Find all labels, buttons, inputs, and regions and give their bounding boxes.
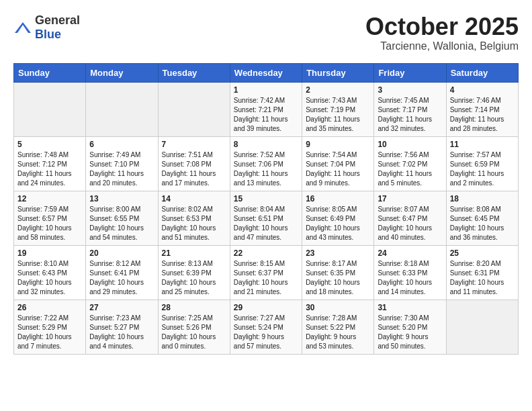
calendar-cell: 8Sunrise: 7:52 AM Sunset: 7:06 PM Daylig… (230, 136, 302, 191)
logo: General Blue (13, 13, 80, 42)
weekday-header: Saturday (446, 63, 518, 82)
calendar-cell (446, 300, 518, 354)
calendar-cell: 12Sunrise: 7:59 AM Sunset: 6:57 PM Dayli… (14, 191, 86, 245)
day-info: Sunrise: 8:00 AM Sunset: 6:55 PM Dayligh… (89, 205, 154, 242)
day-info: Sunrise: 7:48 AM Sunset: 7:12 PM Dayligh… (17, 150, 82, 188)
calendar-cell (158, 82, 230, 136)
day-info: Sunrise: 8:05 AM Sunset: 6:49 PM Dayligh… (306, 205, 370, 242)
logo-icon (13, 21, 32, 34)
day-info: Sunrise: 8:15 AM Sunset: 6:37 PM Dayligh… (234, 259, 298, 297)
day-info: Sunrise: 8:08 AM Sunset: 6:45 PM Dayligh… (450, 205, 515, 242)
calendar-cell: 2Sunrise: 7:43 AM Sunset: 7:19 PM Daylig… (302, 82, 374, 136)
day-number: 7 (162, 140, 226, 149)
day-info: Sunrise: 7:45 AM Sunset: 7:17 PM Dayligh… (378, 96, 442, 134)
page-header: General Blue October 2025 Tarcienne, Wal… (13, 13, 519, 52)
day-info: Sunrise: 8:18 AM Sunset: 6:33 PM Dayligh… (378, 259, 442, 297)
calendar-header-row: SundayMondayTuesdayWednesdayThursdayFrid… (14, 63, 519, 82)
day-info: Sunrise: 8:07 AM Sunset: 6:47 PM Dayligh… (378, 205, 442, 242)
calendar-cell: 20Sunrise: 8:12 AM Sunset: 6:41 PM Dayli… (86, 245, 158, 300)
day-info: Sunrise: 8:12 AM Sunset: 6:41 PM Dayligh… (89, 259, 154, 297)
calendar-week-row: 19Sunrise: 8:10 AM Sunset: 6:43 PM Dayli… (14, 245, 519, 300)
calendar-cell: 18Sunrise: 8:08 AM Sunset: 6:45 PM Dayli… (446, 191, 518, 245)
calendar-cell: 31Sunrise: 7:30 AM Sunset: 5:20 PM Dayli… (374, 300, 446, 354)
day-info: Sunrise: 7:46 AM Sunset: 7:14 PM Dayligh… (450, 96, 515, 134)
calendar-cell: 27Sunrise: 7:23 AM Sunset: 5:27 PM Dayli… (86, 300, 158, 354)
day-info: Sunrise: 7:49 AM Sunset: 7:10 PM Dayligh… (89, 150, 154, 188)
calendar-cell: 6Sunrise: 7:49 AM Sunset: 7:10 PM Daylig… (86, 136, 158, 191)
calendar-cell: 24Sunrise: 8:18 AM Sunset: 6:33 PM Dayli… (374, 245, 446, 300)
calendar-cell: 19Sunrise: 8:10 AM Sunset: 6:43 PM Dayli… (14, 245, 86, 300)
day-number: 20 (89, 248, 154, 258)
day-number: 23 (306, 248, 370, 258)
day-number: 16 (306, 194, 370, 203)
day-number: 24 (378, 248, 442, 258)
day-number: 1 (234, 85, 298, 95)
day-info: Sunrise: 7:25 AM Sunset: 5:26 PM Dayligh… (162, 314, 226, 351)
day-number: 6 (89, 140, 154, 149)
calendar-cell: 4Sunrise: 7:46 AM Sunset: 7:14 PM Daylig… (446, 82, 518, 136)
day-info: Sunrise: 7:54 AM Sunset: 7:04 PM Dayligh… (306, 150, 370, 188)
weekday-header: Thursday (302, 63, 374, 82)
day-info: Sunrise: 8:02 AM Sunset: 6:53 PM Dayligh… (162, 205, 226, 242)
day-number: 21 (162, 248, 226, 258)
day-number: 2 (306, 85, 370, 95)
calendar-table: SundayMondayTuesdayWednesdayThursdayFrid… (13, 63, 519, 355)
day-number: 14 (162, 194, 226, 203)
day-info: Sunrise: 7:30 AM Sunset: 5:20 PM Dayligh… (378, 314, 442, 351)
weekday-header: Monday (86, 63, 158, 82)
calendar-cell: 22Sunrise: 8:15 AM Sunset: 6:37 PM Dayli… (230, 245, 302, 300)
calendar-cell: 30Sunrise: 7:28 AM Sunset: 5:22 PM Dayli… (302, 300, 374, 354)
calendar-cell: 15Sunrise: 8:04 AM Sunset: 6:51 PM Dayli… (230, 191, 302, 245)
calendar-cell: 3Sunrise: 7:45 AM Sunset: 7:17 PM Daylig… (374, 82, 446, 136)
calendar-cell: 26Sunrise: 7:22 AM Sunset: 5:29 PM Dayli… (14, 300, 86, 354)
day-info: Sunrise: 7:57 AM Sunset: 6:59 PM Dayligh… (450, 150, 515, 188)
day-info: Sunrise: 7:23 AM Sunset: 5:27 PM Dayligh… (89, 314, 154, 351)
day-number: 25 (450, 248, 515, 258)
calendar-week-row: 12Sunrise: 7:59 AM Sunset: 6:57 PM Dayli… (14, 191, 519, 245)
day-info: Sunrise: 8:10 AM Sunset: 6:43 PM Dayligh… (17, 259, 82, 297)
calendar-cell: 21Sunrise: 8:13 AM Sunset: 6:39 PM Dayli… (158, 245, 230, 300)
day-number: 26 (17, 303, 82, 312)
day-info: Sunrise: 7:59 AM Sunset: 6:57 PM Dayligh… (17, 205, 82, 242)
day-info: Sunrise: 7:52 AM Sunset: 7:06 PM Dayligh… (234, 150, 298, 188)
day-info: Sunrise: 7:42 AM Sunset: 7:21 PM Dayligh… (234, 96, 298, 134)
day-info: Sunrise: 8:13 AM Sunset: 6:39 PM Dayligh… (162, 259, 226, 297)
calendar-cell: 17Sunrise: 8:07 AM Sunset: 6:47 PM Dayli… (374, 191, 446, 245)
calendar-cell: 1Sunrise: 7:42 AM Sunset: 7:21 PM Daylig… (230, 82, 302, 136)
day-number: 29 (234, 303, 298, 312)
day-number: 19 (17, 248, 82, 258)
day-number: 9 (306, 140, 370, 149)
day-number: 12 (17, 194, 82, 203)
calendar-cell: 25Sunrise: 8:20 AM Sunset: 6:31 PM Dayli… (446, 245, 518, 300)
calendar-cell: 14Sunrise: 8:02 AM Sunset: 6:53 PM Dayli… (158, 191, 230, 245)
weekday-header: Friday (374, 63, 446, 82)
day-number: 8 (234, 140, 298, 149)
calendar-cell: 29Sunrise: 7:27 AM Sunset: 5:24 PM Dayli… (230, 300, 302, 354)
weekday-header: Tuesday (158, 63, 230, 82)
day-info: Sunrise: 8:20 AM Sunset: 6:31 PM Dayligh… (450, 259, 515, 297)
weekday-header: Wednesday (230, 63, 302, 82)
day-info: Sunrise: 7:27 AM Sunset: 5:24 PM Dayligh… (234, 314, 298, 351)
day-number: 4 (450, 85, 515, 95)
logo-text-blue: Blue (35, 28, 61, 41)
day-info: Sunrise: 7:43 AM Sunset: 7:19 PM Dayligh… (306, 96, 370, 134)
day-info: Sunrise: 7:28 AM Sunset: 5:22 PM Dayligh… (306, 314, 370, 351)
day-number: 22 (234, 248, 298, 258)
calendar-cell: 13Sunrise: 8:00 AM Sunset: 6:55 PM Dayli… (86, 191, 158, 245)
day-number: 3 (378, 85, 442, 95)
day-number: 17 (378, 194, 442, 203)
calendar-week-row: 26Sunrise: 7:22 AM Sunset: 5:29 PM Dayli… (14, 300, 519, 354)
day-info: Sunrise: 8:04 AM Sunset: 6:51 PM Dayligh… (234, 205, 298, 242)
calendar-cell: 28Sunrise: 7:25 AM Sunset: 5:26 PM Dayli… (158, 300, 230, 354)
calendar-cell (86, 82, 158, 136)
day-info: Sunrise: 8:17 AM Sunset: 6:35 PM Dayligh… (306, 259, 370, 297)
logo-text-general: General (35, 13, 80, 27)
calendar-week-row: 5Sunrise: 7:48 AM Sunset: 7:12 PM Daylig… (14, 136, 519, 191)
day-number: 13 (89, 194, 154, 203)
day-info: Sunrise: 7:22 AM Sunset: 5:29 PM Dayligh… (17, 314, 82, 351)
calendar-cell: 11Sunrise: 7:57 AM Sunset: 6:59 PM Dayli… (446, 136, 518, 191)
location-title: Tarcienne, Wallonia, Belgium (365, 40, 519, 52)
day-number: 27 (89, 303, 154, 312)
calendar-cell: 16Sunrise: 8:05 AM Sunset: 6:49 PM Dayli… (302, 191, 374, 245)
day-info: Sunrise: 7:56 AM Sunset: 7:02 PM Dayligh… (378, 150, 442, 188)
